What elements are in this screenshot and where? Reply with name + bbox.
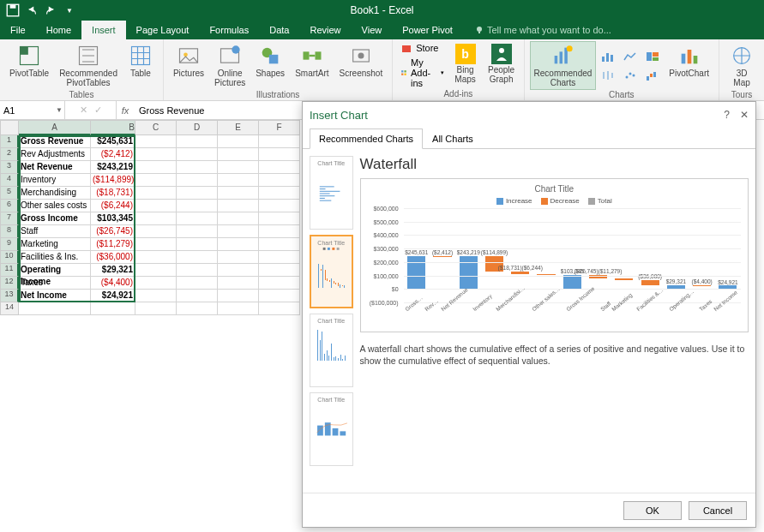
cell[interactable] bbox=[218, 174, 259, 187]
store-button[interactable]: Store bbox=[398, 41, 446, 55]
cell[interactable]: Operating Income bbox=[19, 264, 91, 277]
chart-thumb-4[interactable]: Chart Title bbox=[310, 392, 353, 466]
tab-recommended-charts[interactable]: Recommended Charts bbox=[310, 129, 423, 149]
row-header[interactable]: 2 bbox=[0, 148, 19, 161]
treemap-chart-icon[interactable] bbox=[642, 48, 663, 65]
cell[interactable] bbox=[135, 187, 177, 200]
cell[interactable] bbox=[177, 187, 218, 200]
tab-data[interactable]: Data bbox=[259, 21, 299, 39]
row-header[interactable]: 4 bbox=[0, 174, 19, 187]
cell[interactable] bbox=[218, 238, 259, 251]
cell[interactable]: ($11,279) bbox=[91, 238, 135, 251]
help-icon[interactable]: ? bbox=[724, 109, 730, 121]
cell[interactable] bbox=[135, 290, 177, 302]
waterfall-chart-icon[interactable] bbox=[642, 67, 663, 84]
col-header-F[interactable]: F bbox=[259, 120, 300, 135]
cell[interactable]: Taxes bbox=[19, 277, 91, 290]
cell[interactable] bbox=[177, 174, 218, 187]
cell[interactable]: ($2,412) bbox=[91, 148, 135, 161]
cell[interactable]: Net Revenue bbox=[19, 161, 91, 174]
cell[interactable] bbox=[135, 200, 177, 212]
ok-button[interactable]: OK bbox=[623, 501, 682, 520]
cell[interactable] bbox=[135, 264, 177, 277]
tab-view[interactable]: View bbox=[352, 21, 393, 39]
cell[interactable] bbox=[177, 264, 218, 277]
cell[interactable] bbox=[259, 251, 300, 264]
cell[interactable] bbox=[135, 161, 177, 174]
bar-chart-icon[interactable] bbox=[598, 48, 618, 65]
close-icon[interactable]: ✕ bbox=[740, 109, 749, 121]
recommended-pivottables-button[interactable]: Recommended PivotTables bbox=[55, 41, 122, 90]
3d-map-button[interactable]: 3D Map bbox=[725, 41, 759, 90]
cell[interactable] bbox=[218, 135, 259, 148]
enter-formula-icon[interactable]: ✓ bbox=[94, 105, 102, 116]
cell[interactable] bbox=[259, 290, 300, 302]
undo-icon[interactable] bbox=[24, 3, 39, 18]
cell[interactable] bbox=[218, 264, 259, 277]
cell[interactable]: Staff bbox=[19, 225, 91, 238]
row-header[interactable]: 3 bbox=[0, 161, 19, 174]
cell[interactable]: Gross Income bbox=[19, 212, 91, 225]
cancel-button[interactable]: Cancel bbox=[689, 501, 747, 520]
line-chart-icon[interactable] bbox=[620, 48, 641, 65]
cell[interactable] bbox=[177, 148, 218, 161]
tab-pagelayout[interactable]: Page Layout bbox=[126, 21, 200, 39]
cell[interactable] bbox=[218, 277, 259, 290]
cell[interactable] bbox=[177, 135, 218, 148]
cell[interactable]: ($4,400) bbox=[91, 277, 135, 290]
cell[interactable] bbox=[177, 225, 218, 238]
qat-dropdown-icon[interactable]: ▼ bbox=[62, 3, 77, 18]
cell[interactable] bbox=[218, 251, 259, 264]
cell[interactable]: $24,921 bbox=[91, 290, 135, 302]
online-pictures-button[interactable]: Online Pictures bbox=[210, 41, 250, 90]
cell[interactable] bbox=[259, 264, 300, 277]
pivotchart-button[interactable]: PivotChart bbox=[665, 41, 713, 90]
cell[interactable] bbox=[177, 161, 218, 174]
bing-maps-button[interactable]: bBing Maps bbox=[448, 41, 483, 89]
cell[interactable] bbox=[177, 277, 218, 290]
row-header[interactable]: 7 bbox=[0, 212, 19, 225]
cell[interactable] bbox=[135, 238, 177, 251]
row-header[interactable]: 13 bbox=[0, 290, 19, 302]
tell-me-search[interactable]: Tell me what you want to do... bbox=[463, 21, 611, 39]
col-header-C[interactable]: C bbox=[135, 120, 177, 135]
smartart-button[interactable]: SmartArt bbox=[291, 41, 333, 90]
tab-file[interactable]: File bbox=[0, 21, 36, 39]
chart-thumb-3[interactable]: Chart Title bbox=[310, 314, 353, 387]
cell[interactable] bbox=[259, 238, 300, 251]
people-graph-button[interactable]: People Graph bbox=[484, 41, 519, 89]
cell[interactable] bbox=[259, 187, 300, 200]
cell[interactable] bbox=[135, 251, 177, 264]
redo-icon[interactable] bbox=[43, 3, 58, 18]
chevron-down-icon[interactable]: ▼ bbox=[56, 106, 63, 114]
fx-icon[interactable]: fx bbox=[117, 101, 134, 119]
cell[interactable] bbox=[135, 277, 177, 290]
cell[interactable]: ($114,899) bbox=[91, 174, 135, 187]
row-header[interactable]: 10 bbox=[0, 251, 19, 264]
cell[interactable] bbox=[259, 161, 300, 174]
my-addins-button[interactable]: My Add-ins ▾ bbox=[398, 57, 446, 89]
cell[interactable]: Marketing bbox=[19, 238, 91, 251]
cell[interactable] bbox=[177, 290, 218, 302]
cell[interactable] bbox=[135, 225, 177, 238]
col-header-B[interactable]: B bbox=[91, 120, 135, 135]
tab-review[interactable]: Review bbox=[299, 21, 351, 39]
cell[interactable]: ($26,745) bbox=[91, 225, 135, 238]
cell[interactable] bbox=[218, 290, 259, 302]
cell[interactable] bbox=[218, 148, 259, 161]
cell[interactable]: Gross Revenue bbox=[19, 135, 91, 148]
row-header[interactable]: 1 bbox=[0, 135, 19, 148]
cell[interactable] bbox=[177, 200, 218, 212]
cell[interactable] bbox=[259, 174, 300, 187]
cell[interactable] bbox=[218, 212, 259, 225]
row-header[interactable]: 5 bbox=[0, 187, 19, 200]
col-header-D[interactable]: D bbox=[177, 120, 218, 135]
tab-formulas[interactable]: Formulas bbox=[199, 21, 259, 39]
cell[interactable] bbox=[177, 251, 218, 264]
cell[interactable] bbox=[135, 135, 177, 148]
screenshot-button[interactable]: Screenshot bbox=[335, 41, 388, 90]
tab-all-charts[interactable]: All Charts bbox=[423, 129, 483, 149]
cell[interactable]: $245,631 bbox=[91, 135, 135, 148]
cancel-formula-icon[interactable]: ✕ bbox=[80, 105, 87, 116]
cell[interactable]: Rev Adjustments bbox=[19, 148, 91, 161]
